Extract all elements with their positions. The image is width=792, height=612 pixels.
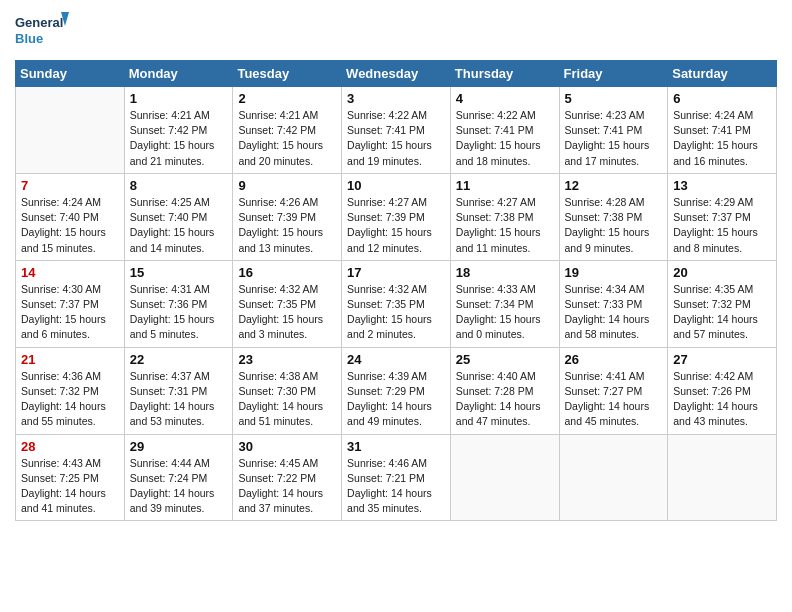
calendar-cell: 27Sunrise: 4:42 AM Sunset: 7:26 PM Dayli… (668, 347, 777, 434)
day-number: 23 (238, 352, 336, 367)
day-info: Sunrise: 4:45 AM Sunset: 7:22 PM Dayligh… (238, 456, 336, 517)
calendar-cell (668, 434, 777, 521)
day-number: 31 (347, 439, 445, 454)
calendar-cell: 8Sunrise: 4:25 AM Sunset: 7:40 PM Daylig… (124, 173, 233, 260)
day-number: 25 (456, 352, 554, 367)
day-header-wednesday: Wednesday (342, 61, 451, 87)
calendar-cell: 16Sunrise: 4:32 AM Sunset: 7:35 PM Dayli… (233, 260, 342, 347)
day-number: 24 (347, 352, 445, 367)
svg-text:Blue: Blue (15, 31, 43, 46)
day-info: Sunrise: 4:40 AM Sunset: 7:28 PM Dayligh… (456, 369, 554, 430)
day-header-tuesday: Tuesday (233, 61, 342, 87)
logo: General Blue (15, 10, 70, 52)
day-info: Sunrise: 4:43 AM Sunset: 7:25 PM Dayligh… (21, 456, 119, 517)
calendar-cell: 9Sunrise: 4:26 AM Sunset: 7:39 PM Daylig… (233, 173, 342, 260)
calendar-cell (16, 87, 125, 174)
calendar-cell: 19Sunrise: 4:34 AM Sunset: 7:33 PM Dayli… (559, 260, 668, 347)
day-header-friday: Friday (559, 61, 668, 87)
day-number: 14 (21, 265, 119, 280)
calendar-cell: 5Sunrise: 4:23 AM Sunset: 7:41 PM Daylig… (559, 87, 668, 174)
day-info: Sunrise: 4:21 AM Sunset: 7:42 PM Dayligh… (130, 108, 228, 169)
calendar-cell: 10Sunrise: 4:27 AM Sunset: 7:39 PM Dayli… (342, 173, 451, 260)
calendar-cell: 1Sunrise: 4:21 AM Sunset: 7:42 PM Daylig… (124, 87, 233, 174)
calendar-week-3: 14Sunrise: 4:30 AM Sunset: 7:37 PM Dayli… (16, 260, 777, 347)
day-number: 18 (456, 265, 554, 280)
day-info: Sunrise: 4:25 AM Sunset: 7:40 PM Dayligh… (130, 195, 228, 256)
day-number: 26 (565, 352, 663, 367)
day-info: Sunrise: 4:37 AM Sunset: 7:31 PM Dayligh… (130, 369, 228, 430)
calendar-cell: 3Sunrise: 4:22 AM Sunset: 7:41 PM Daylig… (342, 87, 451, 174)
calendar-cell: 18Sunrise: 4:33 AM Sunset: 7:34 PM Dayli… (450, 260, 559, 347)
calendar-cell: 28Sunrise: 4:43 AM Sunset: 7:25 PM Dayli… (16, 434, 125, 521)
calendar-cell: 23Sunrise: 4:38 AM Sunset: 7:30 PM Dayli… (233, 347, 342, 434)
calendar-cell (559, 434, 668, 521)
calendar-week-4: 21Sunrise: 4:36 AM Sunset: 7:32 PM Dayli… (16, 347, 777, 434)
calendar-week-2: 7Sunrise: 4:24 AM Sunset: 7:40 PM Daylig… (16, 173, 777, 260)
day-info: Sunrise: 4:36 AM Sunset: 7:32 PM Dayligh… (21, 369, 119, 430)
calendar-week-1: 1Sunrise: 4:21 AM Sunset: 7:42 PM Daylig… (16, 87, 777, 174)
day-info: Sunrise: 4:35 AM Sunset: 7:32 PM Dayligh… (673, 282, 771, 343)
calendar-cell: 12Sunrise: 4:28 AM Sunset: 7:38 PM Dayli… (559, 173, 668, 260)
day-info: Sunrise: 4:41 AM Sunset: 7:27 PM Dayligh… (565, 369, 663, 430)
day-header-saturday: Saturday (668, 61, 777, 87)
day-number: 1 (130, 91, 228, 106)
day-number: 17 (347, 265, 445, 280)
day-info: Sunrise: 4:24 AM Sunset: 7:41 PM Dayligh… (673, 108, 771, 169)
calendar-cell: 30Sunrise: 4:45 AM Sunset: 7:22 PM Dayli… (233, 434, 342, 521)
calendar-cell: 26Sunrise: 4:41 AM Sunset: 7:27 PM Dayli… (559, 347, 668, 434)
calendar-cell: 13Sunrise: 4:29 AM Sunset: 7:37 PM Dayli… (668, 173, 777, 260)
day-info: Sunrise: 4:42 AM Sunset: 7:26 PM Dayligh… (673, 369, 771, 430)
day-number: 11 (456, 178, 554, 193)
day-info: Sunrise: 4:28 AM Sunset: 7:38 PM Dayligh… (565, 195, 663, 256)
day-info: Sunrise: 4:27 AM Sunset: 7:39 PM Dayligh… (347, 195, 445, 256)
calendar-cell: 7Sunrise: 4:24 AM Sunset: 7:40 PM Daylig… (16, 173, 125, 260)
svg-text:General: General (15, 15, 63, 30)
calendar-container: General Blue SundayMondayTuesdayWednesda… (0, 0, 792, 612)
day-number: 5 (565, 91, 663, 106)
day-info: Sunrise: 4:24 AM Sunset: 7:40 PM Dayligh… (21, 195, 119, 256)
calendar-cell: 21Sunrise: 4:36 AM Sunset: 7:32 PM Dayli… (16, 347, 125, 434)
calendar-cell: 22Sunrise: 4:37 AM Sunset: 7:31 PM Dayli… (124, 347, 233, 434)
day-info: Sunrise: 4:32 AM Sunset: 7:35 PM Dayligh… (347, 282, 445, 343)
day-header-sunday: Sunday (16, 61, 125, 87)
calendar-cell: 11Sunrise: 4:27 AM Sunset: 7:38 PM Dayli… (450, 173, 559, 260)
calendar-header: General Blue (15, 10, 777, 52)
calendar-cell: 14Sunrise: 4:30 AM Sunset: 7:37 PM Dayli… (16, 260, 125, 347)
calendar-table: SundayMondayTuesdayWednesdayThursdayFrid… (15, 60, 777, 521)
day-info: Sunrise: 4:23 AM Sunset: 7:41 PM Dayligh… (565, 108, 663, 169)
day-info: Sunrise: 4:46 AM Sunset: 7:21 PM Dayligh… (347, 456, 445, 517)
calendar-cell: 25Sunrise: 4:40 AM Sunset: 7:28 PM Dayli… (450, 347, 559, 434)
day-info: Sunrise: 4:22 AM Sunset: 7:41 PM Dayligh… (347, 108, 445, 169)
day-number: 13 (673, 178, 771, 193)
day-number: 4 (456, 91, 554, 106)
calendar-cell: 29Sunrise: 4:44 AM Sunset: 7:24 PM Dayli… (124, 434, 233, 521)
day-number: 7 (21, 178, 119, 193)
calendar-cell: 31Sunrise: 4:46 AM Sunset: 7:21 PM Dayli… (342, 434, 451, 521)
day-number: 6 (673, 91, 771, 106)
day-number: 16 (238, 265, 336, 280)
days-header-row: SundayMondayTuesdayWednesdayThursdayFrid… (16, 61, 777, 87)
day-info: Sunrise: 4:34 AM Sunset: 7:33 PM Dayligh… (565, 282, 663, 343)
calendar-cell: 24Sunrise: 4:39 AM Sunset: 7:29 PM Dayli… (342, 347, 451, 434)
day-info: Sunrise: 4:39 AM Sunset: 7:29 PM Dayligh… (347, 369, 445, 430)
day-number: 2 (238, 91, 336, 106)
logo-svg: General Blue (15, 10, 70, 52)
calendar-cell (450, 434, 559, 521)
day-info: Sunrise: 4:26 AM Sunset: 7:39 PM Dayligh… (238, 195, 336, 256)
calendar-cell: 17Sunrise: 4:32 AM Sunset: 7:35 PM Dayli… (342, 260, 451, 347)
day-info: Sunrise: 4:32 AM Sunset: 7:35 PM Dayligh… (238, 282, 336, 343)
day-info: Sunrise: 4:38 AM Sunset: 7:30 PM Dayligh… (238, 369, 336, 430)
day-info: Sunrise: 4:22 AM Sunset: 7:41 PM Dayligh… (456, 108, 554, 169)
day-header-thursday: Thursday (450, 61, 559, 87)
calendar-cell: 6Sunrise: 4:24 AM Sunset: 7:41 PM Daylig… (668, 87, 777, 174)
day-number: 22 (130, 352, 228, 367)
day-number: 12 (565, 178, 663, 193)
calendar-cell: 20Sunrise: 4:35 AM Sunset: 7:32 PM Dayli… (668, 260, 777, 347)
day-number: 9 (238, 178, 336, 193)
day-info: Sunrise: 4:27 AM Sunset: 7:38 PM Dayligh… (456, 195, 554, 256)
calendar-cell: 4Sunrise: 4:22 AM Sunset: 7:41 PM Daylig… (450, 87, 559, 174)
day-number: 8 (130, 178, 228, 193)
day-number: 19 (565, 265, 663, 280)
day-info: Sunrise: 4:29 AM Sunset: 7:37 PM Dayligh… (673, 195, 771, 256)
day-info: Sunrise: 4:31 AM Sunset: 7:36 PM Dayligh… (130, 282, 228, 343)
